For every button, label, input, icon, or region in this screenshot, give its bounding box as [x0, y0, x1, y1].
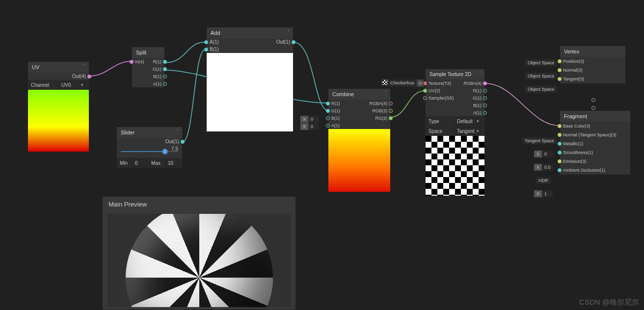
main-preview-panel[interactable]: Main Preview [102, 196, 296, 310]
output-port[interactable] [163, 67, 167, 71]
texture-preview [426, 136, 484, 196]
node-sample-texture[interactable]: Sample Texture 2D ˅ Texture(T2) RGBA(4) … [425, 69, 485, 196]
node-split[interactable]: Split ˅ In(4) R(1) G(1) B(1) A(1) [132, 47, 165, 88]
uv-preview [28, 90, 89, 152]
space-badge: Object Space [525, 73, 557, 79]
input-port[interactable] [204, 48, 208, 52]
port-label: Out(4) [72, 74, 86, 79]
input-port[interactable] [558, 133, 562, 137]
input-port[interactable] [558, 151, 562, 155]
output-port[interactable] [483, 81, 487, 85]
input-port[interactable] [558, 159, 562, 163]
slider-track[interactable] [121, 151, 178, 152]
output-port[interactable] [87, 75, 91, 78]
input-port[interactable] [558, 168, 562, 172]
output-port[interactable] [483, 111, 487, 115]
node-title: UV [28, 62, 89, 73]
output-port[interactable] [483, 103, 487, 107]
output-port[interactable] [292, 40, 295, 44]
link-dot[interactable] [591, 98, 595, 102]
input-port[interactable] [558, 68, 562, 72]
panel-title: Main Preview [103, 197, 295, 212]
space-badge: Tangent Space [522, 137, 557, 144]
x-input[interactable]: X1 [534, 190, 553, 197]
output-port[interactable] [389, 109, 393, 113]
input-port[interactable] [558, 59, 562, 63]
node-title: Add [207, 27, 293, 38]
add-preview [207, 53, 293, 131]
node-title: Fragment [560, 111, 630, 122]
node-add[interactable]: Add ˅ A(1) Out(1) B(1) [206, 27, 294, 132]
output-port[interactable] [163, 75, 167, 78]
slider-handle[interactable] [162, 149, 168, 155]
output-port[interactable] [163, 60, 167, 64]
node-title: Slider [117, 127, 182, 138]
node-vertex[interactable]: Vertex Position(3) Normal(3) Tangent(3) [560, 46, 626, 84]
collapse-icon[interactable]: ˅ [479, 71, 482, 76]
channel-dropdown[interactable]: UV0 [59, 81, 86, 89]
node-title: Sample Texture 2D [426, 69, 484, 79]
collapse-icon[interactable]: ˅ [177, 129, 179, 134]
node-fragment[interactable]: Fragment Base Color(3) Normal (Tangent S… [560, 110, 631, 175]
input-port[interactable] [326, 102, 330, 105]
space-badge: Object Space [525, 59, 557, 66]
input-port[interactable] [558, 142, 562, 146]
preview-sphere [126, 214, 273, 307]
space-dropdown[interactable]: Tangent [455, 127, 482, 135]
output-port[interactable] [483, 96, 487, 100]
max-input[interactable]: 10 [165, 159, 179, 167]
node-uv[interactable]: UV ˅ Out(4) Channel UV0 [27, 61, 89, 152]
output-port[interactable] [389, 102, 393, 105]
node-combine[interactable]: Combine ˅ R(1) RGBA(4) G(1) RGB(3) B(1) … [328, 88, 391, 192]
combine-preview [328, 129, 390, 192]
output-port[interactable] [163, 82, 167, 86]
input-port[interactable] [204, 40, 208, 44]
input-port[interactable] [326, 109, 330, 113]
texture-slot[interactable]: Checkerboa ⊙ [382, 79, 424, 87]
input-port[interactable] [423, 96, 427, 100]
output-port[interactable] [483, 89, 487, 93]
hdr-badge[interactable]: HDR [536, 177, 551, 184]
input-port[interactable] [326, 116, 330, 120]
output-port[interactable] [181, 140, 185, 144]
slider-value: 7.5 [171, 146, 178, 152]
input-port[interactable] [558, 77, 562, 81]
node-title: Combine [328, 89, 390, 100]
preview-viewport[interactable] [107, 214, 291, 307]
min-input[interactable]: 0 [133, 159, 146, 167]
input-port[interactable] [423, 81, 427, 85]
collapse-icon[interactable]: ˅ [385, 91, 387, 96]
input-port[interactable] [130, 60, 134, 64]
collapse-icon[interactable]: ˅ [159, 49, 161, 54]
input-port[interactable] [326, 124, 330, 128]
x-input[interactable]: X0.5 [534, 164, 553, 171]
watermark: CSDN @格尔尼尔 [579, 298, 639, 307]
collapse-icon[interactable]: ˅ [288, 29, 290, 34]
x-input[interactable]: X0 [534, 151, 553, 157]
output-port[interactable] [389, 116, 393, 120]
channel-label: Channel [31, 82, 49, 88]
type-dropdown[interactable]: Default [455, 117, 482, 125]
space-badge: Object Space [525, 86, 557, 93]
input-port[interactable] [423, 89, 427, 93]
collapse-icon[interactable]: ˅ [83, 64, 86, 69]
input-port[interactable] [558, 124, 562, 128]
x-input-a[interactable]: X0 [300, 123, 319, 130]
x-input-b[interactable]: X0 [300, 116, 319, 123]
link-dot[interactable] [591, 106, 595, 110]
node-slider[interactable]: Slider ˅ Out(1) 7.5 Min 0 Max 10 [116, 127, 183, 168]
node-title: Vertex [560, 46, 625, 57]
